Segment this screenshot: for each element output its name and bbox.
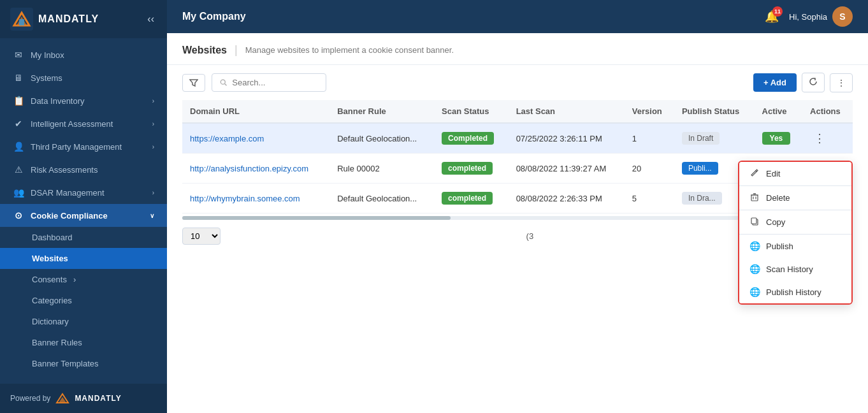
context-menu-publish-label: Publish bbox=[766, 242, 793, 251]
sidebar-collapse-button[interactable]: ‹‹ bbox=[145, 11, 157, 27]
sidebar-subitem-categories[interactable]: Categories bbox=[0, 290, 167, 311]
row-actions-button[interactable]: ⋮ bbox=[810, 130, 829, 147]
chevron-right-icon: › bbox=[73, 275, 76, 284]
svg-rect-15 bbox=[751, 218, 756, 224]
sidebar-item-intelligent-assessment[interactable]: ✔ Intelligent Assessment › bbox=[0, 112, 167, 135]
cell-last-scan: 08/08/2022 2:26:33 PM bbox=[509, 184, 625, 214]
sidebar-subitem-label: Dashboard bbox=[32, 233, 73, 242]
svg-line-8 bbox=[756, 171, 757, 172]
chevron-right-icon: › bbox=[152, 98, 154, 105]
cell-actions: ⋮ bbox=[802, 123, 853, 154]
add-button[interactable]: + Add bbox=[753, 73, 797, 92]
publish-icon: 🌐 bbox=[749, 241, 760, 251]
col-publish-status: Publish Status bbox=[674, 100, 755, 123]
filter-icon bbox=[189, 78, 198, 87]
sidebar-item-risk-assessments[interactable]: ⚠ Risk Assessments bbox=[0, 158, 167, 181]
logo-text: MANDATLY bbox=[38, 13, 99, 25]
active-badge: Yes bbox=[762, 132, 791, 145]
page-title: My Company bbox=[182, 11, 246, 22]
status-badge: completed bbox=[442, 192, 493, 205]
dsar-icon: 👥 bbox=[13, 187, 24, 198]
table-row: https://example.com Default Geolocation.… bbox=[182, 123, 853, 154]
third-party-icon: 👤 bbox=[13, 141, 24, 152]
cell-version: 5 bbox=[625, 184, 674, 214]
sidebar-item-dsar-management[interactable]: 👥 DSAR Management › bbox=[0, 181, 167, 204]
cell-version: 1 bbox=[625, 123, 674, 154]
chevron-right-icon: › bbox=[152, 143, 154, 150]
toolbar-left bbox=[182, 73, 326, 92]
sidebar-item-label: Third Party Management bbox=[31, 142, 122, 152]
sidebar-item-cookie-compliance[interactable]: ⊙ Cookie Compliance ∨ bbox=[0, 204, 167, 227]
sidebar: MANDATLY ‹‹ ✉ My Inbox 🖥 Systems 📋 Data … bbox=[0, 0, 167, 413]
filter-button[interactable] bbox=[182, 74, 205, 92]
chevron-right-icon: › bbox=[152, 120, 154, 127]
context-menu-delete[interactable]: Delete bbox=[739, 186, 851, 210]
refresh-button[interactable] bbox=[802, 73, 825, 92]
per-page-dropdown[interactable]: 10 25 50 100 bbox=[182, 228, 221, 245]
sidebar-item-systems[interactable]: 🖥 Systems bbox=[0, 66, 167, 89]
top-bar: My Company 🔔 11 Hi, Sophia S bbox=[167, 0, 868, 33]
cell-banner-rule: Default Geolocation... bbox=[329, 123, 434, 154]
sidebar-item-my-inbox[interactable]: ✉ My Inbox bbox=[0, 43, 167, 66]
cell-scan-status: completed bbox=[434, 184, 509, 214]
sidebar-item-data-inventory[interactable]: 📋 Data Inventory › bbox=[0, 89, 167, 112]
cell-version: 20 bbox=[625, 154, 674, 184]
per-page-select: 10 25 50 100 bbox=[182, 228, 221, 245]
chevron-down-icon: ∨ bbox=[150, 212, 154, 219]
sidebar-subitem-consents[interactable]: Consents › bbox=[0, 269, 167, 290]
sidebar-item-label: Systems bbox=[31, 73, 62, 83]
context-menu-publish-history-label: Publish History bbox=[766, 287, 821, 297]
context-menu: Edit Delete Copy 🌐 Publish bbox=[738, 161, 853, 305]
col-last-scan: Last Scan bbox=[509, 100, 625, 123]
sidebar-subitem-label: Banner Rules bbox=[32, 338, 82, 347]
sidebar-subitem-banner-rules[interactable]: Banner Rules bbox=[0, 332, 167, 353]
inbox-icon: ✉ bbox=[13, 50, 24, 60]
user-info[interactable]: Hi, Sophia S bbox=[789, 6, 853, 27]
domain-link[interactable]: http://analysisfunction.epizy.com bbox=[190, 164, 308, 173]
header-separator: | bbox=[235, 43, 238, 57]
cell-publish-status: In Draft bbox=[674, 123, 755, 154]
context-menu-edit-label: Edit bbox=[766, 169, 780, 178]
search-input[interactable] bbox=[232, 78, 318, 87]
cell-last-scan: 07/25/2022 3:26:11 PM bbox=[509, 123, 625, 154]
context-menu-publish[interactable]: 🌐 Publish bbox=[739, 235, 851, 257]
cookie-icon: ⊙ bbox=[13, 210, 24, 221]
context-menu-copy[interactable]: Copy bbox=[739, 210, 851, 234]
sidebar-footer: Powered by MANDATLY bbox=[0, 384, 167, 413]
sidebar-item-label: My Inbox bbox=[31, 50, 64, 60]
status-badge: Completed bbox=[442, 132, 494, 145]
main-content: My Company 🔔 11 Hi, Sophia S Websites | … bbox=[167, 0, 868, 413]
user-greeting: Hi, Sophia bbox=[789, 12, 827, 22]
context-menu-publish-history[interactable]: 🌐 Publish History bbox=[739, 280, 851, 303]
sidebar-item-third-party-management[interactable]: 👤 Third Party Management › bbox=[0, 135, 167, 158]
cell-banner-rule: Default Geolocation... bbox=[329, 184, 434, 214]
notification-button[interactable]: 🔔 11 bbox=[765, 10, 779, 24]
cell-domain-url: http://analysisfunction.epizy.com bbox=[182, 154, 329, 184]
sidebar-item-label: Data Inventory bbox=[31, 96, 85, 106]
domain-link[interactable]: https://example.com bbox=[190, 134, 264, 143]
col-actions: Actions bbox=[802, 100, 853, 123]
sidebar-subitem-banner-templates[interactable]: Banner Templates bbox=[0, 353, 167, 374]
cell-domain-url: http://whymybrain.somee.com bbox=[182, 184, 329, 214]
mandatly-logo-icon bbox=[10, 8, 33, 31]
cell-scan-status: completed bbox=[434, 154, 509, 184]
sidebar-subitem-dictionary[interactable]: Dictionary bbox=[0, 311, 167, 332]
col-banner-rule: Banner Rule bbox=[329, 100, 434, 123]
notification-badge: 11 bbox=[772, 6, 783, 17]
context-menu-copy-label: Copy bbox=[766, 217, 785, 227]
cell-active: Yes bbox=[755, 123, 803, 154]
sidebar-subitem-dashboard[interactable]: Dashboard bbox=[0, 227, 167, 248]
avatar: S bbox=[832, 6, 853, 27]
svg-rect-3 bbox=[19, 19, 24, 25]
delete-icon bbox=[749, 192, 760, 203]
sidebar-subitem-websites[interactable]: Websites bbox=[0, 248, 167, 269]
domain-link[interactable]: http://whymybrain.somee.com bbox=[190, 194, 300, 203]
publish-status-badge: In Draft bbox=[682, 132, 720, 145]
context-menu-scan-history[interactable]: 🌐 Scan History bbox=[739, 257, 851, 280]
publish-history-icon: 🌐 bbox=[749, 287, 760, 297]
footer-brand: MANDATLY bbox=[75, 394, 121, 403]
footer-powered-by: Powered by bbox=[10, 394, 50, 403]
more-options-button[interactable]: ⋮ bbox=[830, 73, 853, 92]
sidebar-subitem-label: Dictionary bbox=[32, 317, 69, 326]
context-menu-edit[interactable]: Edit bbox=[739, 162, 851, 185]
